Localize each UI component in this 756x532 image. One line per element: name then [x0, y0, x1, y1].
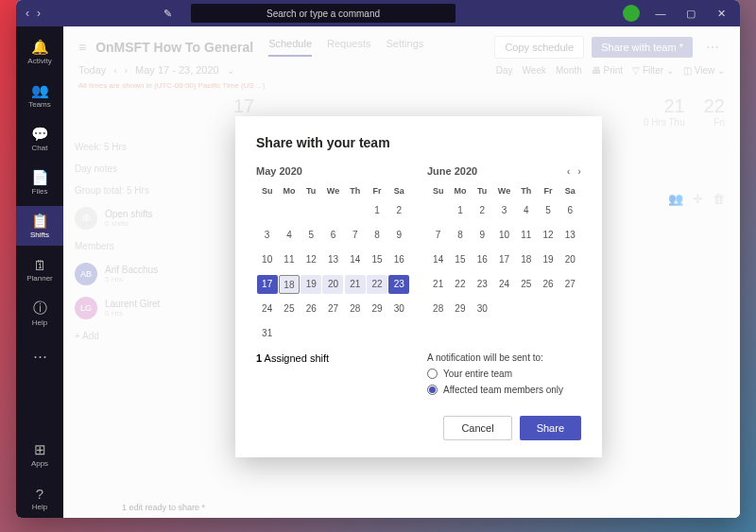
- compose-icon[interactable]: ✎: [163, 8, 172, 20]
- calendar-day[interactable]: 17: [493, 250, 514, 269]
- calendar-day[interactable]: 3: [493, 201, 514, 220]
- calendar-day[interactable]: 3: [257, 226, 278, 245]
- rail-files[interactable]: 📄Files: [16, 163, 63, 202]
- day-of-week: Fr: [537, 186, 558, 196]
- calendar-day[interactable]: 9: [472, 226, 492, 245]
- calendar-day[interactable]: 18: [516, 250, 537, 269]
- calendar-day[interactable]: 14: [428, 250, 449, 269]
- calendar-day[interactable]: 17: [257, 275, 278, 294]
- user-avatar[interactable]: [623, 5, 640, 22]
- teams-icon: 👥: [31, 82, 49, 99]
- calendar-day[interactable]: 22: [450, 275, 471, 294]
- calendar-day[interactable]: 29: [367, 300, 387, 318]
- calendar-day[interactable]: 26: [301, 300, 321, 318]
- calendar-day[interactable]: 28: [428, 300, 449, 318]
- help-icon: ?: [36, 486, 43, 502]
- calendar-day[interactable]: 12: [538, 226, 558, 245]
- modal-title: Share with your team: [256, 135, 581, 150]
- calendar-day[interactable]: 8: [450, 226, 471, 245]
- calendar-day[interactable]: 13: [559, 226, 580, 245]
- calendar-day[interactable]: 7: [345, 226, 366, 245]
- rail-planner[interactable]: 🗓Planner: [16, 249, 63, 289]
- calendar-day[interactable]: 30: [388, 300, 409, 318]
- calendar-day[interactable]: 12: [301, 250, 321, 269]
- calendar-day[interactable]: 19: [301, 275, 321, 294]
- minimize-button[interactable]: —: [651, 8, 670, 19]
- rail-help2[interactable]: ?Help: [16, 478, 63, 518]
- calendar-may: May 2020 SuMoTuWeThFrSa12345678910111213…: [256, 163, 410, 343]
- cal-next-icon[interactable]: ›: [577, 165, 581, 177]
- calendar-day[interactable]: 9: [388, 226, 409, 245]
- calendar-day[interactable]: 27: [559, 275, 580, 294]
- day-of-week: We: [322, 186, 344, 196]
- rail-activity[interactable]: 🔔Activity: [16, 32, 63, 72]
- calendar-day[interactable]: 14: [345, 250, 366, 269]
- day-of-week: Mo: [449, 186, 471, 196]
- cal-prev-icon[interactable]: ‹: [567, 165, 571, 177]
- calendar-day[interactable]: 24: [493, 275, 514, 294]
- calendar-day[interactable]: 1: [367, 201, 387, 220]
- calendar-day[interactable]: 27: [322, 300, 343, 318]
- close-button[interactable]: ✕: [712, 8, 730, 20]
- calendar-day[interactable]: 5: [538, 201, 558, 220]
- calendar-day[interactable]: 6: [559, 201, 580, 220]
- calendar-day[interactable]: 19: [538, 250, 558, 269]
- rail-chat[interactable]: 💬Chat: [16, 119, 63, 159]
- calendar-day[interactable]: 2: [388, 201, 409, 220]
- calendar-day[interactable]: 29: [450, 300, 471, 318]
- calendar-day[interactable]: 7: [428, 226, 449, 245]
- calendar-day[interactable]: 21: [345, 275, 366, 294]
- day-of-week: Tu: [472, 186, 493, 196]
- calendar-day[interactable]: 11: [279, 250, 300, 269]
- rail-apps[interactable]: ⊞Apps: [16, 435, 63, 474]
- day-of-week: Th: [515, 186, 537, 196]
- calendar-june: June 2020 ‹ › SuMoTuWeThFrSa123456789101…: [427, 163, 581, 343]
- calendar-day[interactable]: 20: [322, 275, 343, 294]
- share-button[interactable]: Share: [520, 416, 581, 440]
- calendar-day[interactable]: 13: [322, 250, 343, 269]
- calendar-day[interactable]: 5: [301, 226, 321, 245]
- rail-more[interactable]: ⋯: [16, 336, 63, 376]
- rail-help[interactable]: ⓘHelp: [16, 293, 63, 333]
- calendar-day[interactable]: 4: [516, 201, 537, 220]
- calendar-day[interactable]: 26: [538, 275, 558, 294]
- day-of-week: Tu: [301, 186, 322, 196]
- calendar-day[interactable]: 8: [367, 226, 387, 245]
- calendar-day[interactable]: 24: [257, 300, 278, 318]
- calendar-day[interactable]: 30: [472, 300, 492, 318]
- search-input[interactable]: Search or type a command: [191, 4, 455, 23]
- radio-entire-team[interactable]: Your entire team: [427, 369, 581, 379]
- more-icon: ⋯: [33, 348, 47, 365]
- calendar-day[interactable]: 10: [493, 226, 514, 245]
- calendar-day[interactable]: 15: [367, 250, 387, 269]
- radio-affected-only[interactable]: Affected team members only: [427, 385, 581, 395]
- apps-icon: ⊞: [34, 441, 46, 458]
- calendar-day[interactable]: 4: [279, 226, 300, 245]
- rail-teams[interactable]: 👥Teams: [16, 76, 63, 115]
- rail-shifts[interactable]: 📋Shifts: [16, 206, 63, 246]
- calendar-day[interactable]: 11: [516, 226, 537, 245]
- calendar-day[interactable]: 22: [367, 275, 387, 294]
- calendar-day[interactable]: 23: [472, 275, 492, 294]
- calendar-day[interactable]: 16: [472, 250, 492, 269]
- nav-back-icon[interactable]: ‹: [26, 7, 29, 20]
- calendar-day[interactable]: 15: [450, 250, 471, 269]
- calendar-day[interactable]: 1: [450, 201, 471, 220]
- day-of-week: Sa: [559, 186, 581, 196]
- calendar-day[interactable]: 31: [257, 324, 278, 343]
- calendar-day[interactable]: 23: [388, 275, 409, 294]
- footer-status: 1 edit ready to share *: [122, 503, 205, 512]
- calendar-day[interactable]: 28: [345, 300, 366, 318]
- calendar-day[interactable]: 10: [257, 250, 278, 269]
- calendar-day[interactable]: 18: [279, 275, 300, 294]
- cancel-button[interactable]: Cancel: [443, 416, 511, 440]
- calendar-day[interactable]: 20: [559, 250, 580, 269]
- maximize-button[interactable]: ▢: [681, 8, 700, 20]
- calendar-day[interactable]: 6: [322, 226, 343, 245]
- calendar-day[interactable]: 25: [516, 275, 537, 294]
- calendar-day[interactable]: 16: [388, 250, 409, 269]
- calendar-day[interactable]: 21: [428, 275, 449, 294]
- calendar-day[interactable]: 2: [472, 201, 492, 220]
- calendar-day[interactable]: 25: [279, 300, 300, 318]
- nav-forward-icon[interactable]: ›: [37, 7, 41, 20]
